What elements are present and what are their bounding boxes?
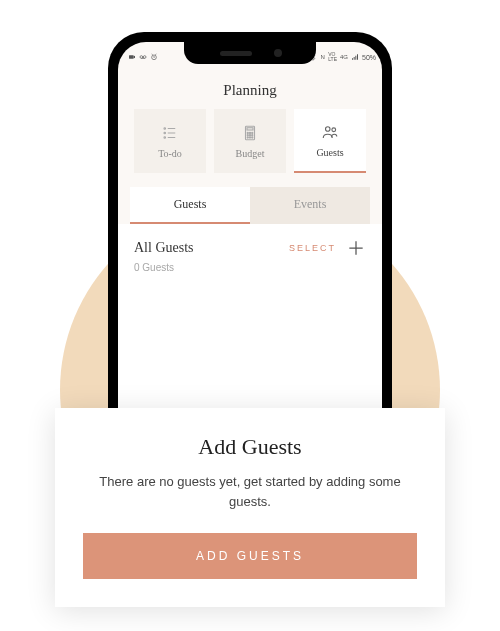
- svg-point-11: [164, 132, 166, 134]
- svg-point-9: [164, 127, 166, 129]
- svg-point-25: [252, 136, 253, 137]
- list-title: All Guests: [134, 240, 289, 256]
- svg-point-1: [140, 56, 143, 59]
- nav-guests[interactable]: Guests: [294, 109, 366, 173]
- battery-text: 50%: [362, 54, 376, 61]
- list-header: All Guests SELECT: [118, 224, 382, 262]
- svg-point-18: [249, 132, 250, 133]
- calculator-icon: [241, 124, 259, 142]
- voicemail-icon: [139, 53, 147, 61]
- page-title: Planning: [118, 66, 382, 109]
- subtab-events[interactable]: Events: [250, 187, 370, 224]
- svg-point-13: [164, 136, 166, 138]
- svg-point-20: [247, 134, 248, 135]
- svg-rect-16: [247, 127, 253, 129]
- camera-icon: [128, 53, 136, 61]
- select-button[interactable]: SELECT: [289, 243, 336, 253]
- svg-point-21: [249, 134, 250, 135]
- people-icon: [321, 123, 339, 141]
- network-4g-icon: 4G: [340, 54, 348, 60]
- add-guest-button[interactable]: [346, 238, 366, 258]
- nfc-icon: N: [320, 53, 325, 61]
- guests-subtabs: Guests Events: [130, 187, 370, 224]
- svg-point-23: [247, 136, 248, 137]
- volte-icon: VOLTE: [328, 52, 337, 62]
- card-title: Add Guests: [83, 434, 417, 460]
- plus-icon: [346, 238, 366, 258]
- phone-notch: [184, 42, 316, 64]
- subtab-guests[interactable]: Guests: [130, 187, 250, 224]
- nav-todo[interactable]: To-do: [134, 109, 206, 173]
- svg-point-17: [247, 132, 248, 133]
- planning-nav: To-do Budget Guests: [118, 109, 382, 181]
- svg-point-26: [326, 126, 331, 131]
- add-guests-card: Add Guests There are no guests yet, get …: [55, 408, 445, 607]
- svg-point-27: [332, 127, 336, 131]
- svg-point-19: [252, 132, 253, 133]
- list-subtitle: 0 Guests: [118, 262, 382, 289]
- nav-label: To-do: [158, 148, 182, 159]
- battery-icon: [379, 53, 382, 61]
- alarm-icon: [150, 53, 158, 61]
- svg-point-2: [143, 56, 146, 59]
- list-icon: [161, 124, 179, 142]
- add-guests-button[interactable]: ADD GUESTS: [83, 533, 417, 579]
- nav-budget[interactable]: Budget: [214, 109, 286, 173]
- nav-label: Guests: [316, 147, 343, 158]
- svg-rect-0: [129, 55, 134, 58]
- nav-label: Budget: [236, 148, 265, 159]
- signal-icon: [351, 53, 359, 61]
- card-body: There are no guests yet, get started by …: [83, 472, 417, 511]
- svg-point-24: [249, 136, 250, 137]
- svg-point-22: [252, 134, 253, 135]
